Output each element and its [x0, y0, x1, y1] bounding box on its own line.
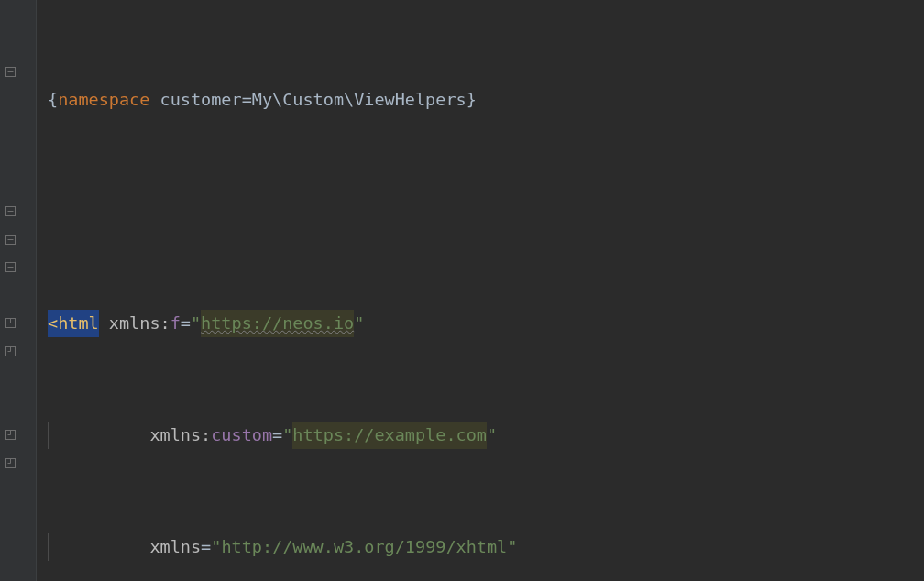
equals: =	[272, 422, 282, 450]
brace-close: }	[467, 86, 477, 115]
fold-end-icon[interactable]	[6, 318, 16, 328]
url-example: https://example.com	[292, 422, 487, 450]
code-area[interactable]: {namespace customer=My\Custom\ViewHelper…	[37, 0, 924, 581]
gutter-row	[0, 310, 36, 338]
indent-guide	[48, 533, 49, 562]
code-line	[48, 198, 924, 226]
fold-minus-icon[interactable]	[6, 206, 16, 216]
brace-open: {	[48, 86, 58, 115]
gutter-row	[0, 30, 36, 59]
gutter-row	[0, 422, 36, 450]
fold-end-icon[interactable]	[6, 430, 16, 440]
space	[99, 310, 109, 338]
fold-minus-icon[interactable]	[6, 262, 16, 272]
gutter-row	[0, 254, 36, 282]
ns-custom: custom	[211, 422, 272, 450]
gutter	[0, 0, 37, 581]
indent	[48, 422, 149, 450]
code-line: xmlns="http://www.w3.org/1999/xhtml"	[48, 533, 924, 562]
gutter-row	[0, 142, 36, 170]
tag-open-html: <html	[48, 310, 99, 338]
quote: "	[282, 422, 292, 450]
angle-open: <	[48, 313, 58, 333]
gutter-row	[0, 198, 36, 226]
indent-guide	[48, 422, 49, 450]
quote: "	[211, 533, 221, 562]
gutter-row	[0, 2, 36, 30]
gutter-row	[0, 225, 36, 254]
fold-minus-icon[interactable]	[6, 67, 16, 77]
gutter-row	[0, 393, 36, 422]
namespace-value: customer=My\Custom\ViewHelpers	[160, 86, 467, 115]
gutter-row	[0, 281, 36, 310]
gutter-row	[0, 58, 36, 86]
attr-xmlns: xmlns	[149, 533, 201, 562]
tag-name-html: html	[58, 313, 99, 333]
code-editor: {namespace customer=My\Custom\ViewHelper…	[0, 0, 924, 581]
equals: =	[201, 533, 211, 562]
gutter-row	[0, 449, 36, 477]
gutter-row	[0, 170, 36, 198]
url-neos: https://neos.io	[201, 310, 354, 338]
fold-end-icon[interactable]	[6, 346, 16, 356]
ns-f: f	[170, 310, 181, 338]
code-line: xmlns:custom="https://example.com"	[48, 422, 924, 450]
attr-xmlns: xmlns:	[149, 422, 211, 450]
quote: "	[487, 422, 497, 450]
space	[149, 86, 160, 115]
fold-end-icon[interactable]	[6, 458, 16, 468]
gutter-row	[0, 366, 36, 394]
quote: "	[191, 310, 201, 338]
equals: =	[181, 310, 191, 338]
gutter-row	[0, 114, 36, 142]
keyword-namespace: namespace	[58, 86, 149, 115]
url-xhtml: http://www.w3.org/1999/xhtml	[221, 533, 507, 562]
code-line: {namespace customer=My\Custom\ViewHelper…	[48, 86, 924, 115]
quote: "	[507, 533, 517, 562]
attr-xmlns: xmlns:	[109, 310, 170, 338]
indent	[48, 533, 149, 562]
fold-minus-icon[interactable]	[6, 235, 16, 245]
gutter-row	[0, 337, 36, 366]
code-line: <html xmlns:f="https://neos.io"	[48, 310, 924, 338]
gutter-row	[0, 86, 36, 115]
quote: "	[354, 310, 364, 338]
